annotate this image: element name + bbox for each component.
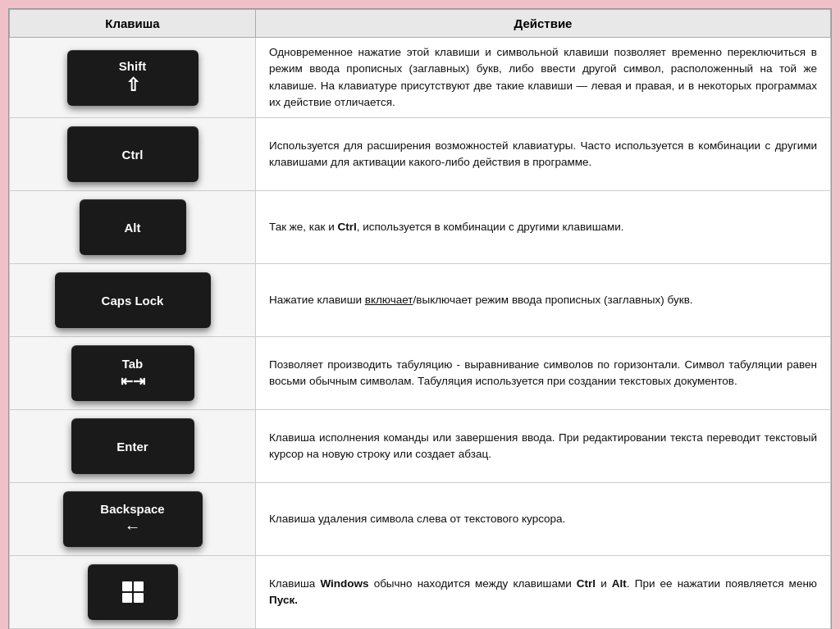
shift-icon: ⇧ bbox=[126, 75, 140, 96]
table-row: Caps Lock Нажатие клавиши включает/выклю… bbox=[10, 264, 831, 337]
start-bold: Пуск. bbox=[269, 594, 298, 606]
ctrl-description: Используется для расширения возможностей… bbox=[256, 118, 831, 191]
windows-icon bbox=[122, 581, 144, 603]
shift-key-cell: Shift ⇧ bbox=[10, 38, 256, 118]
enter-label: Enter bbox=[116, 440, 148, 454]
alt-description: Так же, как и Ctrl, используется в комби… bbox=[256, 191, 831, 264]
enter-description: Клавиша исполнения команды или завершени… bbox=[256, 410, 831, 483]
tab-label: Tab bbox=[122, 357, 144, 371]
alt-key-cell: Alt bbox=[10, 191, 256, 264]
caps-label: Caps Lock bbox=[102, 294, 164, 308]
tab-key: Tab ⇤⇥ bbox=[71, 345, 194, 401]
windows-bold: Windows bbox=[320, 577, 368, 590]
ctrl-bold: Ctrl bbox=[577, 577, 596, 590]
table-row: Клавиша Windows обычно находится между к… bbox=[10, 556, 831, 629]
shift-label: Shift bbox=[119, 59, 146, 73]
alt-label: Alt bbox=[125, 221, 141, 235]
table-row: Alt Так же, как и Ctrl, используется в к… bbox=[10, 191, 831, 264]
ctrl-key-cell: Ctrl bbox=[10, 118, 256, 191]
windows-description: Клавиша Windows обычно находится между к… bbox=[256, 556, 831, 629]
backspace-label: Backspace bbox=[100, 502, 164, 516]
caps-underline: включает bbox=[365, 294, 413, 306]
alt-key: Alt bbox=[80, 199, 186, 255]
ctrl-key: Ctrl bbox=[67, 126, 199, 182]
shift-description: Одновременное нажатие этой клавиши и сим… bbox=[256, 38, 831, 118]
caps-description: Нажатие клавиши включает/выключает режим… bbox=[256, 264, 831, 337]
backspace-icon: ← bbox=[125, 517, 141, 536]
caps-key-cell: Caps Lock bbox=[10, 264, 256, 337]
backspace-description: Клавиша удаления символа слева от тексто… bbox=[256, 483, 831, 556]
tab-description: Позволяет производить табуляцию - выравн… bbox=[256, 337, 831, 410]
table-row: Tab ⇤⇥ Позволяет производить табуляцию -… bbox=[10, 337, 831, 410]
caps-key: Caps Lock bbox=[55, 272, 211, 328]
ctrl-label: Ctrl bbox=[122, 148, 144, 162]
col-header-key: Клавиша bbox=[10, 10, 256, 38]
backspace-key-cell: Backspace ← bbox=[10, 483, 256, 556]
shift-key: Shift ⇧ bbox=[67, 50, 199, 106]
col-header-action: Действие bbox=[256, 10, 831, 38]
enter-key: Enter bbox=[71, 418, 194, 474]
windows-key bbox=[88, 564, 178, 620]
alt-bold: Alt bbox=[612, 577, 627, 590]
table-row: Enter Клавиша исполнения команды или зав… bbox=[10, 410, 831, 483]
keyboard-table: Клавиша Действие Shift ⇧ Одновременное н… bbox=[8, 8, 832, 629]
enter-key-cell: Enter bbox=[10, 410, 256, 483]
ctrl-ref-bold: Ctrl bbox=[338, 221, 357, 233]
table-row: Backspace ← Клавиша удаления символа сле… bbox=[10, 483, 831, 556]
windows-key-cell bbox=[10, 556, 256, 629]
backspace-key: Backspace ← bbox=[63, 491, 203, 547]
tab-icon: ⇤⇥ bbox=[121, 372, 145, 390]
tab-key-cell: Tab ⇤⇥ bbox=[10, 337, 256, 410]
table-row: Ctrl Используется для расширения возможн… bbox=[10, 118, 831, 191]
table-row: Shift ⇧ Одновременное нажатие этой клави… bbox=[10, 38, 831, 118]
